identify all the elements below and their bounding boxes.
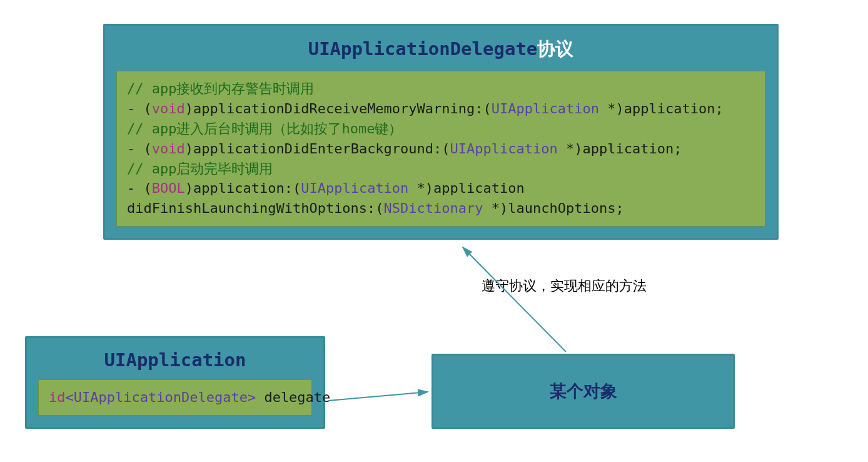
field-type: <UIApplicationDelegate> [66,389,256,405]
field-rest: delegate [256,389,330,405]
code-line-4-suffix: *)launchOptions; [483,200,624,216]
code-line-2-type: UIApplication [450,141,558,157]
object-box: 某个对象 [431,354,735,429]
edge-label: 遵守协议，实现相应的方法 [482,277,647,295]
code-line-4-prefix: didFinishLaunchingWithOptions:( [127,200,384,216]
code-line-3-suffix: *)application [408,180,524,196]
code-line-2-prefix: - ( [127,141,152,157]
code-line-2-mid: )applicationDidEnterBackground:( [185,141,450,157]
code-line-2-kw: void [152,141,185,157]
protocol-title-suffix: 协议 [537,38,573,59]
code-line-4-type: NSDictionary [384,200,483,216]
uiapplication-box: UIApplication id<UIApplicationDelegate> … [25,336,325,429]
field-kw: id [49,389,66,405]
protocol-title-name: UIApplicationDelegate [308,38,538,59]
code-line-1-mid: )applicationDidReceiveMemoryWarning:( [185,101,492,116]
uiapplication-field: id<UIApplicationDelegate> delegate [38,379,312,416]
code-line-1-type: UIApplication [492,101,599,116]
code-comment-1: // app接收到内存警告时调用 [127,81,314,96]
code-line-3-prefix: - ( [127,180,152,196]
uiapplication-title: UIApplication [27,338,323,379]
code-line-3-type: UIApplication [301,180,408,196]
code-line-1-prefix: - ( [127,101,152,116]
code-line-1-kw: void [152,101,185,116]
protocol-title: UIApplicationDelegate协议 [105,26,777,71]
code-line-3-kw: BOOL [152,180,185,196]
code-comment-2: // app进入后台时调用（比如按了home键） [127,121,402,136]
object-label: 某个对象 [550,380,617,403]
code-line-1-suffix: *)application; [599,101,724,116]
arrow-app-to-object [328,392,428,401]
protocol-box: UIApplicationDelegate协议 // app接收到内存警告时调用… [103,24,779,240]
protocol-code: // app接收到内存警告时调用 - (void)applicationDidR… [116,71,765,227]
code-line-3-mid: )application:( [185,180,301,196]
arrow-object-to-protocol [463,247,566,352]
code-comment-3: // app启动完毕时调用 [127,161,273,177]
code-line-2-suffix: *)application; [558,141,682,157]
